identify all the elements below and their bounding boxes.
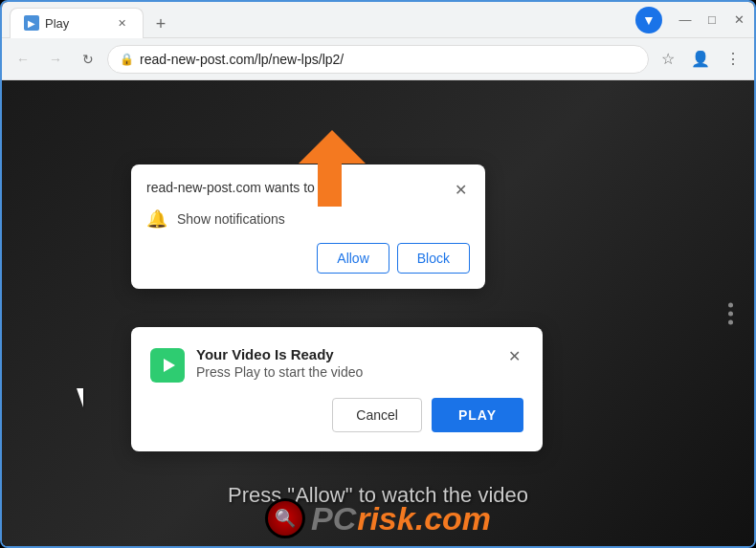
dot-1 — [728, 302, 733, 307]
pcrisk-orange-text: risk.com — [357, 500, 491, 537]
dot-3 — [728, 319, 733, 324]
video-popup-close-button[interactable]: ✕ — [504, 346, 523, 365]
browser-window: ▶ Play ✕ + ▼ — □ ✕ ← → ↻ 🔒 read-new-post… — [0, 0, 756, 548]
tab-area: ▶ Play ✕ + — [10, 2, 632, 38]
video-background — [2, 80, 754, 546]
tab-title: Play — [45, 16, 69, 31]
address-bar[interactable]: 🔒 read-new-post.com/lp/new-lps/lp2/ — [107, 45, 649, 74]
video-popup: Your Video Is Ready Press Play to start … — [131, 327, 543, 451]
profile-button[interactable]: 👤 — [687, 46, 714, 73]
pcrisk-gray-text: PC — [311, 500, 356, 537]
pcrisk-text: PC risk.com — [311, 500, 491, 537]
title-bar: ▶ Play ✕ + ▼ — □ ✕ — [2, 2, 754, 38]
popup-title: read-new-post.com wants to — [146, 180, 315, 195]
url-text: read-new-post.com/lp/new-lps/lp2/ — [140, 52, 636, 67]
back-button[interactable]: ← — [10, 46, 36, 73]
pcrisk-icon: 🔍 — [265, 498, 305, 538]
minimize-button[interactable]: — — [678, 12, 693, 28]
cancel-button[interactable]: Cancel — [332, 398, 422, 432]
forward-button[interactable]: → — [42, 46, 69, 73]
allow-button[interactable]: Allow — [317, 243, 389, 274]
video-popup-text: Your Video Is Ready Press Play to start … — [196, 346, 363, 380]
bell-icon: 🔔 — [146, 208, 167, 230]
notification-label: Show notifications — [177, 211, 285, 227]
play-button[interactable]: PLAY — [432, 398, 523, 432]
main-content: read-new-post.com wants to ✕ 🔔 Show noti… — [2, 80, 754, 546]
play-icon — [164, 359, 175, 372]
tab-favicon: ▶ — [24, 15, 39, 31]
svg-marker-1 — [299, 130, 366, 207]
lock-icon: 🔒 — [120, 53, 134, 66]
active-tab[interactable]: ▶ Play ✕ — [10, 8, 144, 38]
download-indicator[interactable]: ▼ — [635, 7, 662, 33]
video-popup-info: Your Video Is Ready Press Play to start … — [150, 346, 363, 383]
orange-arrow — [299, 130, 375, 220]
video-popup-title: Your Video Is Ready — [196, 346, 363, 362]
dot-2 — [728, 311, 733, 316]
pcrisk-logo: 🔍 PC risk.com — [265, 498, 491, 538]
popup-close-button[interactable]: ✕ — [451, 180, 470, 199]
video-popup-subtitle: Press Play to start the video — [196, 364, 363, 380]
video-popup-header: Your Video Is Ready Press Play to start … — [150, 346, 523, 383]
bookmark-button[interactable]: ☆ — [655, 46, 681, 73]
refresh-button[interactable]: ↻ — [75, 46, 101, 73]
tab-close-button[interactable]: ✕ — [114, 15, 129, 31]
new-tab-button[interactable]: + — [147, 11, 174, 38]
menu-button[interactable]: ⋮ — [720, 46, 746, 73]
block-button[interactable]: Block — [397, 243, 470, 274]
maximize-button[interactable]: □ — [704, 12, 720, 28]
pcrisk-icon-inner: 🔍 — [268, 501, 302, 536]
video-popup-buttons: Cancel PLAY — [150, 398, 523, 432]
title-bar-controls: ▼ — □ ✕ — [635, 7, 746, 33]
close-button[interactable]: ✕ — [731, 12, 746, 28]
side-dots — [728, 302, 733, 324]
popup-buttons: Allow Block — [146, 243, 470, 274]
address-bar-row: ← → ↻ 🔒 read-new-post.com/lp/new-lps/lp2… — [2, 38, 754, 80]
youtube-icon — [150, 348, 185, 383]
